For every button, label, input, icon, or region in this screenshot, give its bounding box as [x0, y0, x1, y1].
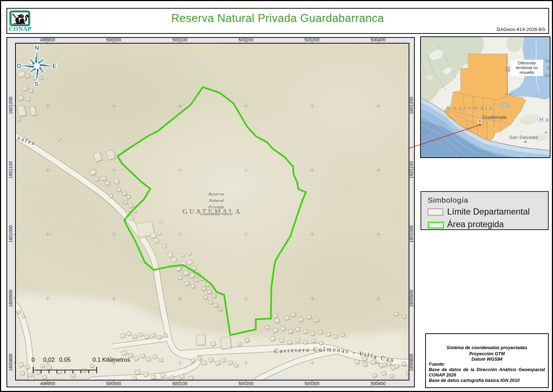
svg-text:S: S: [34, 81, 38, 87]
svg-text:Ho: Ho: [539, 117, 550, 123]
svg-text:d: d: [547, 65, 549, 70]
svg-text:Kilómetros: Kilómetros: [102, 356, 130, 363]
svg-text:0.02: 0.02: [43, 356, 55, 363]
svg-text:resuelto: resuelto: [520, 70, 534, 75]
svg-text:Reserva: Reserva: [208, 191, 224, 197]
svg-text:0: 0: [31, 356, 35, 363]
svg-text:E: E: [52, 63, 56, 69]
svg-text:Privada: Privada: [208, 204, 224, 209]
svg-text:N: N: [35, 45, 39, 51]
svg-text:Hond: Hond: [544, 73, 550, 78]
svg-text:Gu: Gu: [545, 58, 550, 63]
svg-text:San Salvador: San Salvador: [509, 135, 539, 140]
svg-text:O: O: [16, 63, 21, 69]
svg-text:721: 721: [422, 130, 429, 135]
svg-text:Diferendo: Diferendo: [518, 61, 536, 65]
svg-text:Guatemala: Guatemala: [446, 105, 494, 111]
svg-text:Natural: Natural: [208, 198, 224, 203]
svg-text:B: B: [505, 65, 510, 73]
svg-text:territorial no: territorial no: [516, 66, 538, 70]
svg-text:0.1: 0.1: [93, 356, 101, 363]
svg-text:0.05: 0.05: [59, 356, 71, 363]
svg-text:Guatemala: Guatemala: [482, 114, 507, 120]
svg-text:Guardabarranca: Guardabarranca: [199, 211, 233, 216]
